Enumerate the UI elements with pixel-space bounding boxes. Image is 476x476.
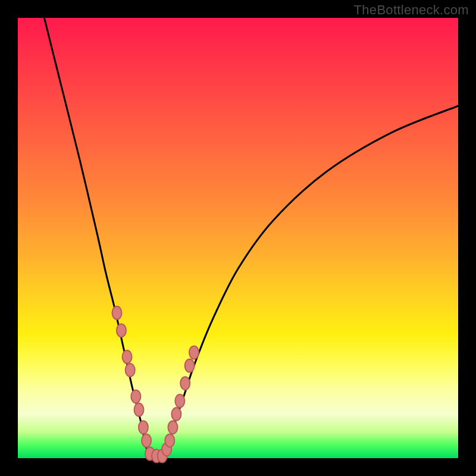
data-marker [168, 421, 177, 434]
data-marker [139, 421, 148, 434]
data-marker [185, 359, 195, 372]
data-marker [171, 408, 181, 421]
data-marker [126, 364, 135, 377]
chart-svg [18, 18, 458, 458]
data-marker [189, 346, 199, 359]
data-marker [165, 434, 174, 447]
plot-area [18, 18, 458, 458]
marker-group [112, 306, 199, 463]
data-marker [175, 394, 184, 408]
curve-right-branch [163, 106, 458, 458]
data-marker [131, 390, 140, 403]
data-marker [134, 403, 144, 416]
data-marker [142, 434, 151, 447]
data-marker [112, 306, 122, 320]
data-marker [117, 324, 126, 337]
data-marker [180, 377, 190, 390]
watermark-text: TheBottleneck.com [354, 2, 469, 18]
data-marker [123, 350, 132, 364]
chart-frame: TheBottleneck.com [0, 0, 476, 476]
